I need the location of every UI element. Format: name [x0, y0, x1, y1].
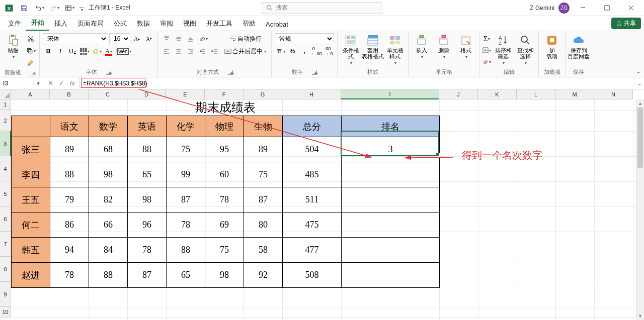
- data-cell[interactable]: 98: [128, 187, 167, 212]
- data-cell[interactable]: 79: [50, 187, 89, 212]
- data-cell[interactable]: 60: [205, 162, 244, 187]
- autosum-button[interactable]: Σ▾: [482, 33, 491, 44]
- row-header-1[interactable]: 1: [0, 99, 11, 110]
- header-cell[interactable]: 物理: [205, 116, 244, 137]
- format-painter-button[interactable]: [25, 57, 36, 68]
- row-header-3[interactable]: 3: [0, 131, 11, 156]
- col-header-F[interactable]: F: [205, 89, 244, 99]
- maximize-button[interactable]: [596, 0, 618, 16]
- scroll-thumb[interactable]: [637, 108, 643, 168]
- increase-font-button[interactable]: A▴: [131, 33, 142, 44]
- comma-button[interactable]: ,: [299, 46, 310, 57]
- tab-帮助[interactable]: 帮助: [237, 17, 261, 31]
- cell-styles-button[interactable]: 单元格样式▾: [385, 33, 405, 67]
- expand-formula-bar-icon[interactable]: ⌄: [634, 77, 644, 89]
- tab-开始[interactable]: 开始: [26, 16, 49, 31]
- align-middle-button[interactable]: [173, 33, 184, 44]
- row-name-cell[interactable]: 王五: [12, 187, 50, 212]
- align-center-button[interactable]: [173, 46, 184, 57]
- addins-button[interactable]: 加 载项: [542, 33, 562, 60]
- row-header-8[interactable]: 8: [0, 257, 11, 282]
- border-button[interactable]: ▾: [79, 46, 90, 57]
- row-name-cell[interactable]: 张三: [12, 137, 50, 162]
- align-right-button[interactable]: [185, 46, 196, 57]
- col-header-G[interactable]: G: [244, 89, 282, 99]
- data-cell[interactable]: 92: [244, 263, 283, 288]
- data-cell[interactable]: 504: [283, 137, 342, 162]
- data-cell[interactable]: 69: [205, 212, 244, 238]
- row-name-cell[interactable]: 赵进: [12, 263, 50, 288]
- align-bottom-button[interactable]: [185, 33, 196, 44]
- insert-cells-button[interactable]: 插入▾: [412, 33, 432, 61]
- collapse-ribbon-icon[interactable]: ⌄: [636, 68, 641, 75]
- data-cell[interactable]: 3: [342, 137, 440, 162]
- data-cell[interactable]: [342, 263, 440, 288]
- row-header-2[interactable]: 2: [0, 110, 11, 131]
- name-box-dropdown-icon[interactable]: ▾: [33, 80, 42, 87]
- data-cell[interactable]: 80: [244, 212, 283, 238]
- data-cell[interactable]: 78: [50, 263, 89, 288]
- tab-视图[interactable]: 视图: [178, 17, 201, 31]
- fill-button[interactable]: ▾: [482, 45, 491, 56]
- tab-审阅[interactable]: 审阅: [155, 17, 178, 31]
- data-cell[interactable]: 82: [89, 187, 128, 212]
- align-top-button[interactable]: [161, 33, 172, 44]
- qat-customize-icon[interactable]: ▾: [77, 1, 86, 15]
- dialog-launcher-icon[interactable]: [228, 70, 233, 75]
- data-cell[interactable]: 96: [128, 212, 167, 238]
- tab-Acrobat[interactable]: Acrobat: [261, 18, 293, 31]
- find-select-button[interactable]: 查找和选择▾: [515, 33, 535, 67]
- header-cell[interactable]: 语文: [50, 116, 89, 137]
- data-cell[interactable]: [342, 187, 440, 212]
- col-header-D[interactable]: D: [127, 89, 166, 99]
- sort-filter-button[interactable]: AZ排序和筛选▾: [493, 33, 513, 67]
- delete-cells-button[interactable]: 删除▾: [434, 33, 454, 61]
- data-cell[interactable]: 99: [167, 162, 205, 187]
- data-cell[interactable]: 78: [128, 238, 167, 263]
- col-header-I[interactable]: I: [341, 89, 439, 99]
- share-button[interactable]: 共享: [611, 18, 641, 29]
- scroll-down-icon[interactable]: ▼: [636, 312, 644, 320]
- format-table-button[interactable]: 套用 表格格式: [363, 33, 383, 60]
- clear-button[interactable]: ▾: [482, 56, 491, 67]
- row-header-9[interactable]: 9: [0, 282, 11, 307]
- tab-页面布局[interactable]: 页面布局: [72, 17, 109, 31]
- fx-button[interactable]: fx: [67, 78, 77, 88]
- copy-button[interactable]: ▾: [25, 45, 36, 56]
- font-color-button[interactable]: A▾: [103, 46, 114, 57]
- italic-button[interactable]: I: [55, 46, 66, 57]
- data-cell[interactable]: 65: [128, 162, 167, 187]
- font-size-select[interactable]: 16: [109, 33, 130, 44]
- spreadsheet-grid[interactable]: ABCDEFGHIJKLMN 12345678910 期末成绩表语文数学英语化学…: [0, 89, 644, 320]
- col-header-M[interactable]: M: [555, 89, 594, 99]
- row-header-7[interactable]: 7: [0, 232, 11, 257]
- data-cell[interactable]: 95: [205, 137, 244, 162]
- enter-formula-button[interactable]: ✓: [56, 78, 66, 88]
- redo-icon[interactable]: ▾: [47, 1, 61, 15]
- dialog-launcher-icon[interactable]: [312, 70, 317, 75]
- col-header-A[interactable]: A: [11, 89, 50, 99]
- data-cell[interactable]: 87: [128, 263, 167, 288]
- row-header-10[interactable]: 10: [0, 307, 11, 317]
- tab-公式[interactable]: 公式: [109, 17, 132, 31]
- underline-button[interactable]: U▾: [67, 46, 78, 57]
- col-header-N[interactable]: N: [594, 89, 633, 99]
- close-button[interactable]: [620, 0, 642, 16]
- col-header-L[interactable]: L: [517, 89, 555, 99]
- phonetic-button[interactable]: wén▾: [119, 46, 130, 57]
- dialog-launcher-icon[interactable]: [106, 70, 111, 75]
- name-box[interactable]: ▾: [0, 77, 43, 89]
- dialog-launcher-icon[interactable]: [30, 70, 35, 75]
- data-cell[interactable]: 94: [50, 238, 89, 263]
- header-cell[interactable]: 生物: [244, 116, 283, 137]
- data-cell[interactable]: 89: [50, 137, 89, 162]
- save-icon[interactable]: [17, 1, 31, 15]
- data-cell[interactable]: 485: [283, 162, 342, 187]
- data-cell[interactable]: 87: [167, 187, 205, 212]
- data-cell[interactable]: 68: [89, 137, 128, 162]
- tab-插入[interactable]: 插入: [49, 17, 72, 31]
- user-name[interactable]: Z Gemini: [530, 5, 554, 12]
- cut-button[interactable]: [25, 33, 36, 44]
- col-header-B[interactable]: B: [50, 89, 89, 99]
- data-cell[interactable]: 88: [128, 137, 167, 162]
